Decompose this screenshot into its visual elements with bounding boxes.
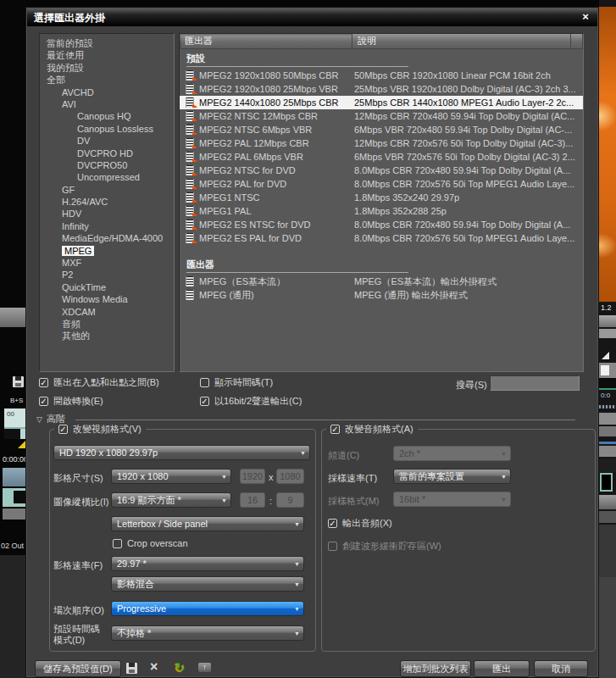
letterbox-dropdown[interactable]: Letterbox / Side panel ▼	[111, 516, 304, 531]
checkbox-unchecked-icon	[200, 378, 209, 387]
tree-item[interactable]: H.264/AVC	[40, 196, 174, 208]
tree-item[interactable]: MXF	[40, 257, 174, 269]
frame-blend-dropdown[interactable]: 影格混合 ▼	[111, 576, 304, 592]
preset-row[interactable]: MPEG2 ES PAL for DVD8.0Mbps CBR 720x576 …	[180, 231, 583, 245]
chevron-down-icon: ▼	[294, 581, 300, 588]
save-preset-icon-button[interactable]	[126, 663, 137, 674]
save-as-preset-button[interactable]: 儲存為預設值(D)	[35, 660, 121, 677]
add-to-batch-button[interactable]: 增加到批次列表	[400, 660, 471, 677]
field-order-dropdown[interactable]: Progressive ▼	[111, 601, 304, 616]
tree-item[interactable]: AVCHD	[40, 86, 174, 98]
preset-row[interactable]: MPEG2 1920x1080 25Mbps VBR25Mbps VBR 192…	[180, 82, 583, 96]
preset-row[interactable]: MPEG1 NTSC1.8Mbps 352x240 29.97p	[180, 191, 583, 204]
aspect-w-input[interactable]: 16	[240, 492, 265, 508]
tree-item[interactable]: 全部	[40, 74, 174, 86]
chevron-down-icon: ▼	[294, 605, 300, 613]
film-icon	[186, 111, 194, 121]
frame-height-input[interactable]: 1080	[276, 469, 304, 484]
crop-overscan-checkbox[interactable]: Crop overscan	[113, 538, 188, 548]
preset-row[interactable]: MPEG2 PAL 12Mbps CBR12Mbps CBR 720x576 5…	[180, 136, 583, 150]
column-header-exporter[interactable]: 匯出器	[180, 34, 352, 48]
change-audio-format-checkbox[interactable]: ✓ 改變音頻格式(A)	[326, 423, 418, 436]
frame-rate-dropdown[interactable]: 29.97 * ▼	[111, 556, 304, 571]
aspect-h-input[interactable]: 9	[276, 492, 304, 508]
exporter-row[interactable]: MPEG（ES基本流）MPEG（ES基本流）輸出外掛程式	[180, 275, 583, 288]
output-16bit-checkbox[interactable]: ✓ 以16bit/2聲道輸出(C)	[200, 395, 302, 408]
tree-item[interactable]: 最近使用	[40, 49, 174, 61]
aspect-ratio-dropdown[interactable]: 16:9 顯示方面 * ▼	[111, 492, 231, 508]
red-arrow-icon	[192, 118, 197, 121]
enable-conversion-checkbox[interactable]: ✓ 開啟轉換(E)	[39, 395, 103, 408]
tree-item[interactable]: Infinity	[40, 220, 174, 232]
tree-item[interactable]: AVI	[40, 98, 174, 110]
frame-width-input[interactable]: 1920	[240, 469, 265, 484]
film-icon	[186, 125, 194, 135]
preset-desc: 50Mbps CBR 1920x1080 Linear PCM 16bit 2c…	[352, 70, 583, 81]
tc-mode-dropdown[interactable]: 不掉格 * ▼	[111, 625, 304, 641]
change-video-format-checkbox[interactable]: ✓ 改變視頻格式(V)	[54, 423, 146, 436]
video-preview-strip	[599, 7, 616, 302]
exporter-row[interactable]: MPEG (通用)MPEG (通用) 輸出外掛程式	[180, 288, 583, 302]
tree-item[interactable]: MediaEdge/HDMA-4000	[40, 232, 174, 244]
tree-item[interactable]: DV	[40, 135, 174, 147]
tree-item[interactable]: 音頻	[40, 318, 174, 330]
chevron-down-icon: ▼	[221, 473, 227, 481]
tree-item[interactable]: GF	[40, 184, 174, 196]
sample-rate-dropdown[interactable]: 當前的專案設置 ▼	[393, 469, 511, 484]
delete-preset-icon-button[interactable]: ×	[150, 659, 158, 675]
tree-item[interactable]: Windows Media	[40, 293, 174, 305]
background-fragment	[599, 511, 616, 523]
preset-name-cell: MPEG1 PAL	[180, 206, 352, 216]
export-preset-icon-button[interactable]: ↑	[198, 663, 211, 672]
preset-row[interactable]: MPEG2 1920x1080 50Mbps CBR50Mbps CBR 192…	[180, 69, 583, 82]
background-fragment	[3, 508, 25, 520]
preset-name-cell: MPEG1 NTSC	[180, 192, 352, 203]
checkbox-label: 以16bit/2聲道輸出(C)	[214, 395, 302, 408]
tree-item[interactable]: Uncompressed	[40, 171, 174, 183]
export-in-out-checkbox[interactable]: ✓ 匯出在入點和出點之間(B)	[39, 376, 159, 389]
preset-row[interactable]: MPEG2 PAL 6Mbps VBR6Mbps VBR 720x576 50i…	[180, 150, 583, 164]
tree-item[interactable]: P2	[40, 269, 174, 281]
dialog-titlebar[interactable]: 選擇匯出器外掛 ×	[27, 8, 597, 26]
tree-item[interactable]: XDCAM	[40, 306, 174, 318]
tree-item[interactable]: 當前的預設	[40, 37, 174, 49]
preset-row[interactable]: MPEG2 NTSC for DVD8.0Mbps CBR 720x480 59…	[180, 164, 583, 177]
tree-item[interactable]: DVCPRO HD	[40, 147, 174, 159]
column-header-description[interactable]: 說明	[352, 34, 571, 48]
frame-size-dropdown[interactable]: 1920 x 1080 ▼	[111, 469, 231, 484]
timeline-tab-label: B+S	[10, 397, 23, 404]
search-input[interactable]	[490, 375, 580, 391]
background-fragment	[599, 378, 616, 388]
tree-item[interactable]: Canopus HQ	[40, 110, 174, 122]
export-button[interactable]: 匯出	[474, 660, 530, 677]
tree-item[interactable]: 我的預設	[40, 62, 174, 74]
tree-item[interactable]: DVCPRO50	[40, 159, 174, 171]
checkbox-unchecked-icon	[328, 542, 337, 551]
film-icon	[186, 290, 194, 300]
tree-item[interactable]: HDV	[40, 208, 174, 220]
preset-row[interactable]: MPEG2 NTSC 12Mbps CBR12Mbps CBR 720x480 …	[180, 109, 583, 123]
cancel-button[interactable]: 取消	[534, 660, 588, 677]
tree-item-selected[interactable]: MPEG	[40, 245, 174, 257]
preset-row[interactable]: MPEG2 ES NTSC for DVD8.0Mbps CBR 720x480…	[180, 218, 583, 231]
preset-row[interactable]: MPEG1 PAL1.8Mbps 352x288 25p	[180, 204, 583, 218]
tree-item[interactable]: 其他的	[40, 330, 174, 342]
preset-row[interactable]: MPEG2 PAL for DVD8.0Mbps CBR 720x576 50i…	[180, 177, 583, 191]
frame-blend-value: 影格混合	[117, 579, 154, 589]
checkbox-label: Crop overscan	[127, 538, 188, 548]
restore-preset-icon-button[interactable]: ↻	[175, 660, 186, 675]
preset-row[interactable]: MPEG2 NTSC 6Mbps VBR6Mbps VBR 720x480 59…	[180, 123, 583, 136]
output-audio-checkbox[interactable]: ✓ 輸出音頻(X)	[328, 517, 392, 530]
tree-item[interactable]: QuickTime	[40, 281, 174, 293]
film-icon	[186, 152, 194, 162]
red-arrow-icon	[192, 240, 197, 243]
video-preset-dropdown[interactable]: HD 1920 x 1080 29.97p ▼	[53, 445, 310, 460]
field-order-value: Progressive	[117, 603, 166, 614]
close-icon[interactable]: ×	[579, 10, 592, 24]
ruler-label: 00	[7, 410, 14, 418]
preset-row-selected[interactable]: MPEG2 1440x1080 25Mbps CBR25Mbps CBR 144…	[180, 96, 583, 109]
tree-item[interactable]: Canopus Lossless	[40, 123, 174, 135]
show-timecode-checkbox[interactable]: 顯示時間碼(T)	[200, 376, 273, 389]
aspect-separator: :	[269, 496, 272, 506]
preset-name-cell: MPEG2 PAL 12Mbps CBR	[180, 138, 352, 148]
